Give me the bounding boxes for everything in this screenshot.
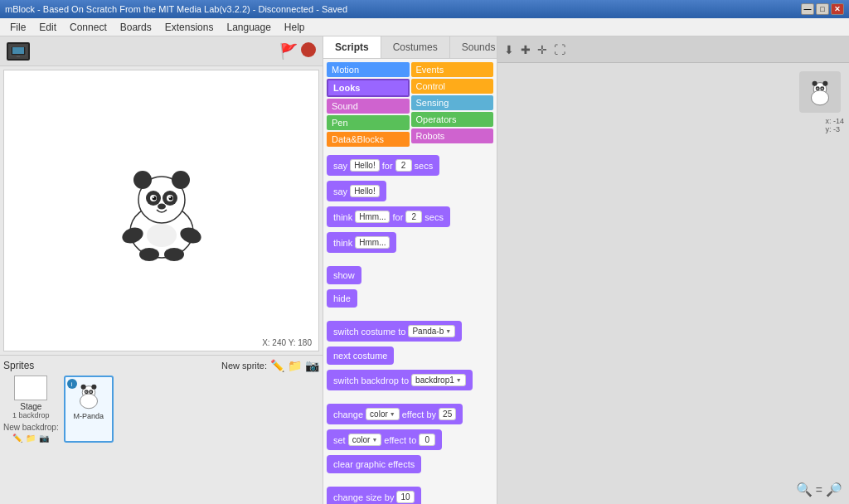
block-change-size-label: change size by <box>333 492 394 502</box>
left-panel: 🚩 <box>0 36 323 504</box>
maximize-button[interactable]: □ <box>816 3 829 15</box>
block-change-size[interactable]: change size by 10 <box>327 487 421 504</box>
minimize-button[interactable]: — <box>801 3 814 15</box>
tab-costumes[interactable]: Costumes <box>381 36 450 58</box>
block-backdrop-dropdown[interactable]: backdrop1 <box>411 374 466 386</box>
menu-file[interactable]: File <box>3 20 32 35</box>
stage-name: Stage <box>20 402 41 411</box>
file-backdrop-button[interactable]: 📁 <box>26 434 36 443</box>
fullscreen-tool-button[interactable]: ⛶ <box>554 43 565 56</box>
menu-extensions[interactable]: Extensions <box>158 20 221 35</box>
camera-backdrop-button[interactable]: 📷 <box>39 434 49 443</box>
blocks-list: say Hello! for 2 secs say Hello! think H… <box>323 150 497 504</box>
menu-language[interactable]: Language <box>220 20 277 35</box>
stage-info: Stage 1 backdrop New backdrop: ✏️ 📁 📷 <box>3 376 59 443</box>
block-switch-costume[interactable]: switch costume to Panda-b <box>327 321 462 342</box>
block-effect-dropdown[interactable]: color <box>366 408 400 420</box>
main-container: 🚩 <box>0 36 849 504</box>
block-show-label: show <box>333 270 355 280</box>
svg-point-30 <box>80 394 97 409</box>
menu-help[interactable]: Help <box>278 20 312 35</box>
copy-tool-button[interactable]: ⬇ <box>504 43 514 56</box>
block-say-input2[interactable]: 2 <box>395 159 412 172</box>
cat-data[interactable]: Data&Blocks <box>327 132 410 147</box>
menu-bar: File Edit Connect Boards Extensions Lang… <box>0 18 849 36</box>
sprites-header: Sprites New sprite: ✏️ 📁 📷 <box>3 359 319 372</box>
menu-edit[interactable]: Edit <box>32 20 63 35</box>
stage-toolbar: 🚩 <box>0 36 323 66</box>
cat-sensing[interactable]: Sensing <box>411 95 494 110</box>
close-button[interactable]: ✕ <box>831 3 844 15</box>
sprite-label-mpanda: M-Panda <box>73 412 104 420</box>
zoom-out-button[interactable]: 🔍 <box>796 482 813 497</box>
block-say[interactable]: say Hello! <box>327 181 386 201</box>
cat-operators[interactable]: Operators <box>411 112 494 127</box>
block-think2-input[interactable]: Hmm... <box>355 236 390 249</box>
zoom-reset-button[interactable]: = <box>816 483 822 497</box>
categories-left: Motion Looks Sound Pen Data&Blocks <box>327 62 410 147</box>
block-set-label: set <box>333 435 346 445</box>
block-change-label: change <box>333 410 363 419</box>
block-say2-label: say <box>333 187 347 196</box>
file-sprite-button[interactable]: 📁 <box>288 359 302 372</box>
cat-looks[interactable]: Looks <box>327 79 410 97</box>
cat-robots[interactable]: Robots <box>411 128 494 143</box>
zoom-in-button[interactable]: 🔎 <box>826 482 842 497</box>
svg-point-11 <box>152 196 156 201</box>
block-set-effect-input[interactable]: 0 <box>419 434 435 446</box>
block-show[interactable]: show <box>327 266 361 284</box>
cat-pen[interactable]: Pen <box>327 115 410 130</box>
block-clear-effects[interactable]: clear graphic effects <box>327 455 421 473</box>
cat-events[interactable]: Events <box>411 62 494 77</box>
script-area[interactable]: x: -14 y: -3 🔍 = 🔎 <box>497 63 849 504</box>
svg-point-19 <box>139 248 159 261</box>
svg-point-38 <box>817 88 818 89</box>
block-switch-backdrop[interactable]: switch backdrop to backdrop1 <box>327 370 473 390</box>
block-think[interactable]: think Hmm... <box>327 232 396 253</box>
block-secs-label: secs <box>415 161 434 171</box>
block-think-input1[interactable]: Hmm... <box>355 211 390 223</box>
panda-sprite <box>112 157 211 264</box>
block-think-input2[interactable]: 2 <box>405 211 422 223</box>
block-effect-input[interactable]: 25 <box>439 408 456 420</box>
stage-thumbnail[interactable] <box>14 376 47 400</box>
block-set-effect[interactable]: set color effect to 0 <box>327 429 442 450</box>
svg-rect-2 <box>17 56 20 57</box>
zoom-controls: 🔍 = 🔎 <box>796 482 842 497</box>
block-costume-dropdown[interactable]: Panda-b <box>408 325 455 337</box>
block-say-input1[interactable]: Hello! <box>350 159 380 172</box>
sprites-content: Stage 1 backdrop New backdrop: ✏️ 📁 📷 i <box>3 376 319 443</box>
new-backdrop-label: New backdrop: <box>3 423 59 432</box>
menu-connect[interactable]: Connect <box>63 20 114 35</box>
paint-sprite-button[interactable]: ✏️ <box>270 359 284 372</box>
block-change-effect[interactable]: change color effect by 25 <box>327 404 463 424</box>
block-think-for-secs[interactable]: think Hmm... for 2 secs <box>327 206 450 227</box>
cat-sound[interactable]: Sound <box>327 99 410 114</box>
fit-tool-button[interactable]: ✛ <box>537 43 547 56</box>
svg-point-33 <box>822 81 827 86</box>
svg-point-20 <box>164 248 184 261</box>
sprite-item-mpanda[interactable]: i M-Panda <box>64 376 114 443</box>
block-say2-input[interactable]: Hello! <box>350 185 380 197</box>
green-flag-button[interactable]: 🚩 <box>279 42 298 61</box>
block-set-effect-dropdown[interactable]: color <box>348 434 382 446</box>
svg-point-5 <box>133 171 152 189</box>
menu-boards[interactable]: Boards <box>114 20 158 35</box>
block-say-label: say <box>333 161 347 171</box>
block-next-costume[interactable]: next costume <box>327 346 394 365</box>
block-hide[interactable]: hide <box>327 289 357 308</box>
tabs: Scripts Costumes Sounds <box>323 36 497 59</box>
tab-scripts[interactable]: Scripts <box>323 36 381 58</box>
stage-monitor-icon <box>7 42 30 61</box>
expand-tool-button[interactable]: ✚ <box>521 43 531 56</box>
block-change-size-input[interactable]: 10 <box>396 491 414 503</box>
sprite-thumbnail-svg <box>74 380 104 410</box>
camera-sprite-button[interactable]: 📷 <box>305 359 319 372</box>
cat-motion[interactable]: Motion <box>327 62 410 77</box>
stop-button[interactable] <box>301 42 316 57</box>
backdrop-icons: ✏️ 📁 📷 <box>12 434 49 443</box>
block-say-for-secs[interactable]: say Hello! for 2 secs <box>327 155 439 176</box>
paint-backdrop-button[interactable]: ✏️ <box>12 434 22 443</box>
block-clear-effects-label: clear graphic effects <box>333 459 415 469</box>
cat-control[interactable]: Control <box>411 79 494 94</box>
